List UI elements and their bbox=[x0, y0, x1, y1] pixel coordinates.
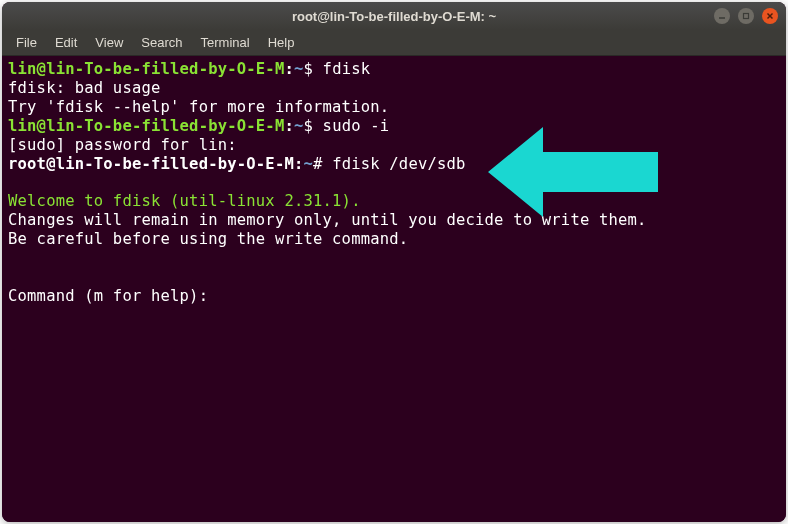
terminal-line: lin@lin-To-be-filled-by-O-E-M:~$ fdisk bbox=[8, 60, 780, 79]
prompt-symbol: $ bbox=[304, 117, 323, 135]
sep: : bbox=[294, 155, 304, 173]
terminal-blank bbox=[8, 249, 780, 268]
command-text: fdisk /dev/sdb bbox=[332, 155, 465, 173]
svg-marker-4 bbox=[488, 127, 658, 217]
menubar: File Edit View Search Terminal Help bbox=[2, 30, 786, 56]
svg-rect-1 bbox=[744, 14, 749, 19]
titlebar: root@lin-To-be-filled-by-O-E-M: ~ bbox=[2, 2, 786, 30]
cwd: ~ bbox=[304, 155, 314, 173]
command-text: fdisk bbox=[323, 60, 371, 78]
cwd: ~ bbox=[294, 60, 304, 78]
fdisk-prompt: Command (m for help): bbox=[8, 287, 780, 306]
terminal-output: fdisk: bad usage bbox=[8, 79, 780, 98]
terminal-output: Be careful before using the write comman… bbox=[8, 230, 780, 249]
user-host: lin@lin-To-be-filled-by-O-E-M bbox=[8, 117, 284, 135]
window-controls bbox=[714, 8, 778, 24]
terminal-body[interactable]: lin@lin-To-be-filled-by-O-E-M:~$ fdisk f… bbox=[2, 56, 786, 522]
menu-help[interactable]: Help bbox=[260, 32, 303, 53]
cwd: ~ bbox=[294, 117, 304, 135]
sep: : bbox=[284, 117, 294, 135]
maximize-icon bbox=[742, 12, 750, 20]
user-host: lin@lin-To-be-filled-by-O-E-M bbox=[8, 60, 284, 78]
menu-edit[interactable]: Edit bbox=[47, 32, 85, 53]
window-title: root@lin-To-be-filled-by-O-E-M: ~ bbox=[10, 9, 778, 24]
prompt-symbol: # bbox=[313, 155, 332, 173]
menu-terminal[interactable]: Terminal bbox=[193, 32, 258, 53]
terminal-blank bbox=[8, 268, 780, 287]
close-icon bbox=[766, 12, 774, 20]
maximize-button[interactable] bbox=[738, 8, 754, 24]
menu-search[interactable]: Search bbox=[133, 32, 190, 53]
minimize-button[interactable] bbox=[714, 8, 730, 24]
terminal-window: root@lin-To-be-filled-by-O-E-M: ~ File E… bbox=[2, 2, 786, 522]
command-text: sudo -i bbox=[323, 117, 390, 135]
terminal-output: Try 'fdisk --help' for more information. bbox=[8, 98, 780, 117]
menu-view[interactable]: View bbox=[87, 32, 131, 53]
minimize-icon bbox=[718, 12, 726, 20]
close-button[interactable] bbox=[762, 8, 778, 24]
annotation-arrow-icon bbox=[488, 122, 668, 222]
root-host: root@lin-To-be-filled-by-O-E-M bbox=[8, 155, 294, 173]
prompt-symbol: $ bbox=[304, 60, 323, 78]
sep: : bbox=[284, 60, 294, 78]
menu-file[interactable]: File bbox=[8, 32, 45, 53]
